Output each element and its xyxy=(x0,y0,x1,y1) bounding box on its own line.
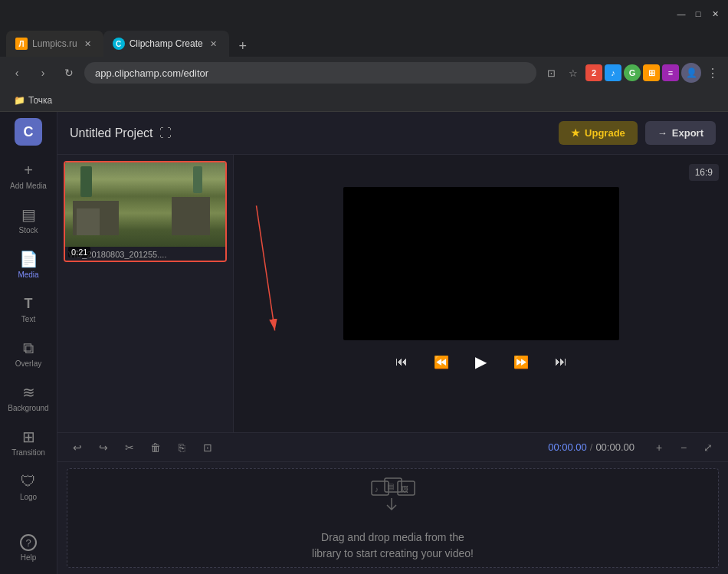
editor-area: 0:21 VID_20180803_201255.... 16:9 ⏮ ⏪ ▶ … xyxy=(57,155,728,432)
share-icon[interactable]: ⛶ xyxy=(159,126,172,140)
forward-button[interactable]: › xyxy=(32,62,54,84)
tab-lumpics-close[interactable]: ✕ xyxy=(82,38,94,50)
preview-area: 16:9 ⏮ ⏪ ▶ ⏩ ⏭ xyxy=(234,155,728,432)
tab-clipchamp-close[interactable]: ✕ xyxy=(208,38,220,50)
tab-bar: Л Lumpics.ru ✕ C Clipchamp Create ✕ + xyxy=(0,28,728,57)
tab-lumpics[interactable]: Л Lumpics.ru ✕ xyxy=(6,31,103,57)
ext-g-icon[interactable]: G xyxy=(624,64,641,81)
translate-icon[interactable]: ⊡ xyxy=(541,63,561,83)
time-separator: / xyxy=(590,441,593,453)
delete-button[interactable]: 🗑 xyxy=(145,437,166,458)
cut-button[interactable]: ✂ xyxy=(119,437,140,458)
text-icon: T xyxy=(19,294,38,313)
drag-text-line1: Drag and drop media from the xyxy=(321,531,464,543)
bookmarks-bar: 📁 Точка xyxy=(0,89,728,112)
timeline-time: 00:00.00 / 00:00.00 xyxy=(548,441,635,453)
sidebar-item-transition[interactable]: ⊞ Transition xyxy=(4,421,54,463)
main-area: Untitled Project ⛶ ★ Upgrade → Export xyxy=(57,112,728,574)
app-logo: C xyxy=(15,118,42,146)
project-title-area: Untitled Project ⛶ xyxy=(70,126,172,140)
close-button[interactable]: ✕ xyxy=(710,8,720,19)
sidebar-item-help[interactable]: ? Help xyxy=(4,528,54,568)
tab-clipchamp-label: Clipchamp Create xyxy=(130,38,203,49)
duplicate-button[interactable]: ⊡ xyxy=(197,437,218,458)
bookmark-tochka[interactable]: 📁 Точка xyxy=(9,93,57,107)
zoom-out-button[interactable]: − xyxy=(673,437,694,458)
overlay-icon: ⧉ xyxy=(19,339,38,357)
help-icon: ? xyxy=(20,534,37,551)
address-input[interactable] xyxy=(84,62,536,84)
ext-t-icon[interactable]: 2 xyxy=(585,64,602,81)
aspect-ratio-badge: 16:9 xyxy=(689,164,719,181)
time-current: 00:00.00 xyxy=(548,441,587,453)
sidebar-item-media-label: Media xyxy=(18,271,38,279)
drag-text-line2: library to start creating your video! xyxy=(312,547,474,559)
media-panel: 0:21 VID_20180803_201255.... xyxy=(57,155,234,432)
redo-button[interactable]: ↪ xyxy=(93,437,114,458)
time-total: 00:00.00 xyxy=(595,441,635,453)
sidebar-item-add-media[interactable]: + Add Media xyxy=(4,155,54,196)
zoom-in-button[interactable]: + xyxy=(648,437,670,458)
skip-start-button[interactable]: ⏮ xyxy=(389,349,414,374)
zoom-controls: + − ⤢ xyxy=(648,437,719,458)
sidebar-item-text-label: Text xyxy=(21,315,35,323)
user-avatar[interactable]: 👤 xyxy=(681,63,701,83)
minimize-button[interactable]: — xyxy=(676,8,687,19)
sidebar-item-media[interactable]: 📄 Media xyxy=(4,244,54,285)
bookmark-folder-icon: 📁 xyxy=(14,95,25,106)
ext-y-icon[interactable]: ⊞ xyxy=(643,64,660,81)
tab-lumpics-label: Lumpics.ru xyxy=(32,38,77,49)
bookmark-star-icon[interactable]: ☆ xyxy=(563,63,583,83)
upgrade-star-icon: ★ xyxy=(571,127,580,139)
video-preview xyxy=(343,187,619,340)
maximize-button[interactable]: □ xyxy=(693,8,703,19)
timeline-tracks: ♪ ▤ 🖼 Drag and drop media from the libra… xyxy=(67,468,719,568)
sidebar-item-help-label: Help xyxy=(21,553,37,562)
svg-text:▤: ▤ xyxy=(387,482,394,490)
svg-text:♪: ♪ xyxy=(375,485,379,494)
sidebar-item-background[interactable]: ≋ Background xyxy=(4,377,54,418)
sidebar-item-overlay[interactable]: ⧉ Overlay xyxy=(4,333,54,374)
ext-l-icon[interactable]: ≡ xyxy=(662,64,679,81)
expand-button[interactable]: ⤢ xyxy=(697,437,719,458)
playback-controls: ⏮ ⏪ ▶ ⏩ ⏭ xyxy=(389,349,573,374)
lumpics-favicon: Л xyxy=(15,38,28,50)
drag-drop-text: Drag and drop media from the library to … xyxy=(312,530,474,562)
export-label: Export xyxy=(672,127,703,139)
more-button[interactable]: ⋮ xyxy=(703,64,722,82)
sidebar-item-stock[interactable]: ▤ Stock xyxy=(4,199,54,241)
browser-chrome: — □ ✕ Л Lumpics.ru ✕ C Clipchamp Create … xyxy=(0,0,728,112)
tab-clipchamp[interactable]: C Clipchamp Create ✕ xyxy=(103,31,229,57)
export-button[interactable]: → Export xyxy=(645,121,716,145)
sidebar-item-text[interactable]: T Text xyxy=(4,288,54,330)
copy-button[interactable]: ⎘ xyxy=(171,437,192,458)
rewind-button[interactable]: ⏪ xyxy=(429,349,454,374)
sidebar-item-transition-label: Transition xyxy=(11,448,45,457)
timeline-area: ↩ ↪ ✂ 🗑 ⎘ ⊡ 00:00.00 / 00:00.00 + − ⤢ xyxy=(57,432,728,574)
preview-top: 16:9 xyxy=(243,164,719,181)
ext-m-icon[interactable]: ♪ xyxy=(605,64,621,81)
bookmark-tochka-label: Точка xyxy=(28,95,52,106)
extension-icons: ⊡ ☆ 2 ♪ G ⊞ ≡ 👤 ⋮ xyxy=(541,63,722,83)
play-button[interactable]: ▶ xyxy=(469,349,494,374)
title-bar: — □ ✕ xyxy=(0,0,728,28)
address-bar: ‹ › ↻ ⊡ ☆ 2 ♪ G ⊞ ≡ 👤 ⋮ xyxy=(0,57,728,89)
top-bar-actions: ★ Upgrade → Export xyxy=(559,121,716,145)
sidebar-item-add-media-label: Add Media xyxy=(10,182,47,190)
clipchamp-favicon: C xyxy=(113,38,125,50)
back-button[interactable]: ‹ xyxy=(6,62,28,84)
export-arrow-icon: → xyxy=(657,127,667,139)
fast-forward-button[interactable]: ⏩ xyxy=(509,349,533,374)
sidebar-item-background-label: Background xyxy=(8,404,48,412)
new-tab-button[interactable]: + xyxy=(232,35,254,57)
media-item-video[interactable]: 0:21 VID_20180803_201255.... xyxy=(64,161,227,262)
sidebar-item-overlay-label: Overlay xyxy=(15,359,41,368)
window-controls: — □ ✕ xyxy=(676,8,720,19)
reload-button[interactable]: ↻ xyxy=(58,62,80,84)
upgrade-button[interactable]: ★ Upgrade xyxy=(559,121,638,145)
sidebar-item-logo-label: Logo xyxy=(20,493,37,501)
undo-button[interactable]: ↩ xyxy=(67,437,88,458)
media-thumbnail xyxy=(65,162,225,247)
sidebar-item-logo[interactable]: 🛡 Logo xyxy=(4,466,54,507)
skip-end-button[interactable]: ⏭ xyxy=(549,349,573,374)
